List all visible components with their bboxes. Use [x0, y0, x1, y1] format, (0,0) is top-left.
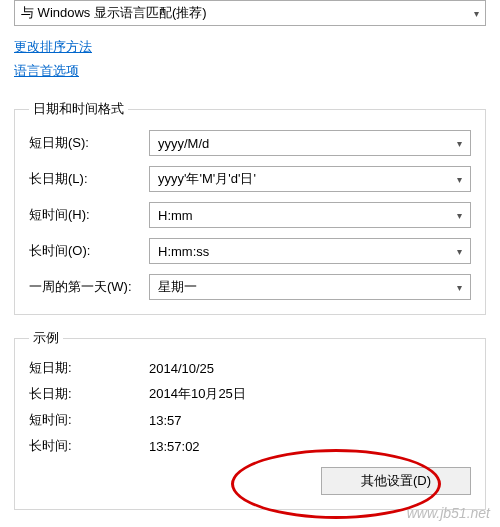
chevron-down-icon: ▾ — [457, 246, 462, 257]
first-day-value: 星期一 — [158, 278, 197, 296]
example-short-time-value: 13:57 — [149, 413, 471, 428]
chevron-down-icon: ▾ — [457, 174, 462, 185]
example-long-time-label: 长时间: — [29, 437, 149, 455]
example-long-time-row: 长时间: 13:57:02 — [29, 437, 471, 455]
watermark-text: www.jb51.net — [407, 505, 490, 521]
first-day-label: 一周的第一天(W): — [29, 278, 149, 296]
example-short-date-row: 短日期: 2014/10/25 — [29, 359, 471, 377]
short-time-label: 短时间(H): — [29, 206, 149, 224]
chevron-down-icon: ▾ — [457, 282, 462, 293]
language-preferences-link[interactable]: 语言首选项 — [14, 62, 79, 80]
change-sort-method-link[interactable]: 更改排序方法 — [14, 38, 92, 56]
example-short-date-label: 短日期: — [29, 359, 149, 377]
short-date-value: yyyy/M/d — [158, 136, 209, 151]
short-time-value: H:mm — [158, 208, 193, 223]
short-date-select[interactable]: yyyy/M/d ▾ — [149, 130, 471, 156]
example-short-time-row: 短时间: 13:57 — [29, 411, 471, 429]
short-time-select[interactable]: H:mm ▾ — [149, 202, 471, 228]
example-long-time-value: 13:57:02 — [149, 439, 471, 454]
long-date-label: 长日期(L): — [29, 170, 149, 188]
date-time-format-group: 日期和时间格式 短日期(S): yyyy/M/d ▾ 长日期(L): yyyy'… — [14, 100, 486, 315]
additional-settings-button[interactable]: 其他设置(D) — [321, 467, 471, 495]
example-short-time-label: 短时间: — [29, 411, 149, 429]
example-short-date-value: 2014/10/25 — [149, 361, 471, 376]
example-long-date-row: 长日期: 2014年10月25日 — [29, 385, 471, 403]
example-long-date-label: 长日期: — [29, 385, 149, 403]
additional-settings-label: 其他设置(D) — [361, 472, 431, 490]
example-group: 示例 短日期: 2014/10/25 长日期: 2014年10月25日 短时间:… — [14, 329, 486, 510]
long-time-row: 长时间(O): H:mm:ss ▾ — [29, 238, 471, 264]
chevron-down-icon: ▾ — [474, 8, 479, 19]
chevron-down-icon: ▾ — [457, 210, 462, 221]
long-time-select[interactable]: H:mm:ss ▾ — [149, 238, 471, 264]
display-language-select[interactable]: 与 Windows 显示语言匹配(推荐) ▾ — [14, 0, 486, 26]
first-day-select[interactable]: 星期一 ▾ — [149, 274, 471, 300]
example-long-date-value: 2014年10月25日 — [149, 385, 471, 403]
first-day-row: 一周的第一天(W): 星期一 ▾ — [29, 274, 471, 300]
long-date-row: 长日期(L): yyyy'年'M'月'd'日' ▾ — [29, 166, 471, 192]
example-legend: 示例 — [29, 329, 63, 347]
display-language-value: 与 Windows 显示语言匹配(推荐) — [21, 4, 207, 22]
short-date-row: 短日期(S): yyyy/M/d ▾ — [29, 130, 471, 156]
long-time-label: 长时间(O): — [29, 242, 149, 260]
long-date-value: yyyy'年'M'月'd'日' — [158, 170, 256, 188]
long-date-select[interactable]: yyyy'年'M'月'd'日' ▾ — [149, 166, 471, 192]
date-time-format-legend: 日期和时间格式 — [29, 100, 128, 118]
short-time-row: 短时间(H): H:mm ▾ — [29, 202, 471, 228]
long-time-value: H:mm:ss — [158, 244, 209, 259]
chevron-down-icon: ▾ — [457, 138, 462, 149]
short-date-label: 短日期(S): — [29, 134, 149, 152]
